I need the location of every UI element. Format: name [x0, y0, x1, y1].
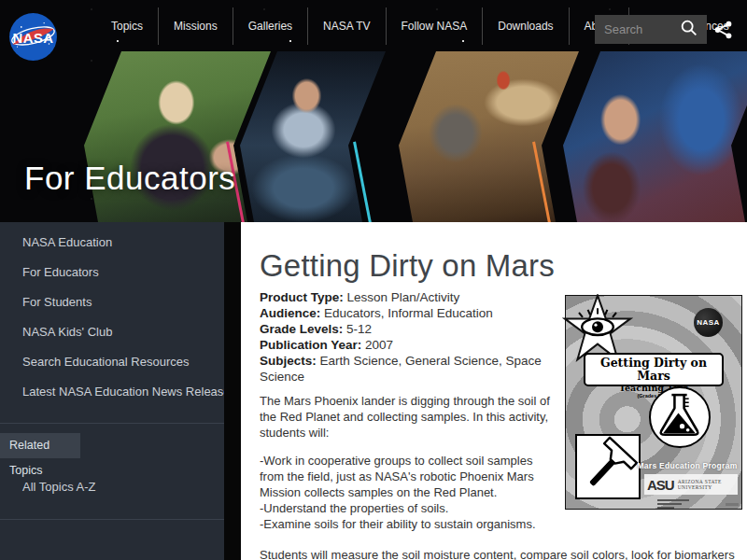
cover-title: Getting Dirty on Mars	[585, 357, 722, 383]
article-title: Getting Dirty on Mars	[260, 246, 742, 286]
sidebar-item-nasa-kids-club[interactable]: NASA Kids' Club	[0, 317, 224, 347]
sidebar: NASA Education For Educators For Student…	[0, 222, 224, 560]
sidebar-item-latest-news-releases[interactable]: Latest NASA Education News Releases	[0, 377, 224, 407]
sidebar-item-all-topics-a-z[interactable]: All Topics A-Z	[0, 475, 224, 499]
hero-photo-man-model	[544, 51, 747, 222]
page: { "nav": { "brand": "NASA", "items": ["T…	[0, 0, 747, 560]
menu-item-missions[interactable]: Missions	[158, 7, 233, 45]
article-objectives: -Work in cooperative groups to collect s…	[260, 453, 551, 532]
search-input[interactable]	[595, 22, 677, 36]
objective-line: -Work in cooperative groups to collect s…	[260, 453, 551, 500]
flask-icon	[649, 386, 711, 448]
nasa-logo-icon[interactable]: NASA	[8, 12, 58, 62]
hero-photo-rover-riders	[380, 51, 579, 222]
related-topics-header: Related Topics	[0, 433, 80, 458]
cover-program-label: Mars Education Program	[637, 461, 738, 470]
objective-line: -Understand the properties of soils.	[260, 500, 551, 516]
objective-line: -Examine soils for their ability to sust…	[260, 516, 551, 532]
svg-text:NASA: NASA	[12, 31, 53, 46]
cover-nasa-badge: NASA	[694, 308, 723, 337]
cover-title-box: Getting Dirty on Mars Teaching Tips (Gra…	[584, 353, 724, 386]
rock-hammer-icon	[575, 434, 641, 499]
sidebar-item-for-educators[interactable]: For Educators	[0, 258, 224, 287]
asu-name: Arizona StateUniversity	[678, 479, 722, 491]
search-icon	[679, 18, 699, 38]
share-button[interactable]	[713, 21, 734, 39]
article-closing: Students will measure the soil moisture …	[260, 547, 742, 560]
menu-item-nasa-tv[interactable]: NASA TV	[307, 7, 385, 45]
sidebar-divider	[0, 519, 224, 520]
asu-abbrev: ASU	[647, 477, 674, 493]
hero-banner: For Educators	[0, 51, 747, 222]
top-nav: NASA Topics Missions Galleries NASA TV F…	[0, 0, 747, 51]
cover-code-mark	[726, 503, 739, 506]
search-submit-button[interactable]	[677, 18, 701, 42]
menu-item-topics[interactable]: Topics	[96, 7, 158, 45]
main-row: NASA Education For Educators For Student…	[0, 222, 747, 560]
layout-gap	[224, 222, 241, 560]
menu-item-follow-nasa[interactable]: Follow NASA	[386, 7, 483, 45]
lesson-cover-thumbnail[interactable]: NASA Getting Dirty on Mars Teaching Tips…	[565, 295, 742, 510]
sidebar-item-search-educational-resources[interactable]: Search Educational Resources	[0, 347, 224, 377]
sidebar-item-nasa-education[interactable]: NASA Education	[0, 228, 224, 258]
sidebar-item-for-students[interactable]: For Students	[0, 287, 224, 317]
article-intro: The Mars Phoenix lander is digging throu…	[260, 393, 551, 441]
asu-logo: ASU Arizona StateUniversity	[644, 474, 738, 495]
menu-item-galleries[interactable]: Galleries	[233, 7, 307, 45]
search-box	[595, 15, 707, 44]
university-mark	[657, 499, 713, 511]
article-content: Getting Dirty on Mars NASA Getting Dirty…	[241, 222, 747, 560]
page-title: For Educators	[24, 160, 235, 197]
share-icon	[713, 21, 734, 39]
menu-item-downloads[interactable]: Downloads	[482, 7, 568, 45]
sidebar-divider	[0, 423, 224, 424]
